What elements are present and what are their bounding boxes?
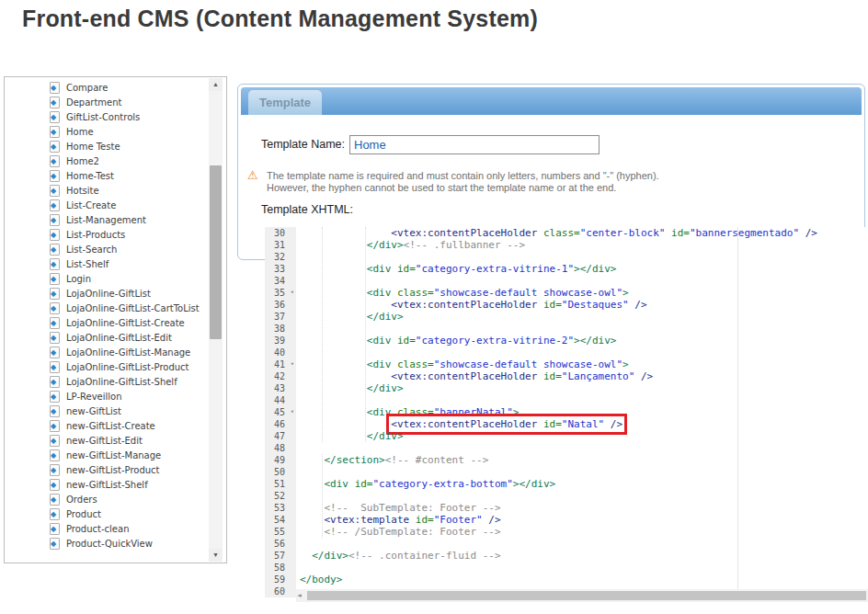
tree-item[interactable]: new-GiftList-Shelf: [5, 477, 204, 492]
tree-item[interactable]: Home2: [5, 154, 204, 168]
fold-arrow-icon[interactable]: ▾: [291, 406, 294, 418]
code-line[interactable]: </div>: [296, 430, 404, 442]
code-line[interactable]: </body>: [296, 574, 342, 586]
code-line[interactable]: </section><!-- #content -->: [296, 454, 488, 466]
code-line[interactable]: </div><!-- .container-fluid -->: [296, 550, 501, 562]
template-name-input[interactable]: [349, 135, 600, 154]
tree-item[interactable]: new-GiftList-Edit: [5, 433, 204, 448]
tree-item[interactable]: Home Teste: [5, 139, 204, 154]
tree-item[interactable]: Product: [5, 506, 204, 521]
tree-item[interactable]: LojaOnline-GiftList-Manage: [5, 345, 204, 359]
code-row[interactable]: 43 </div>: [265, 382, 868, 394]
tree-item[interactable]: Department: [5, 95, 204, 109]
code-line[interactable]: <div class="showcase-default showcase-ow…: [296, 358, 629, 370]
code-line[interactable]: [296, 562, 300, 574]
tree-item[interactable]: Home-Test: [5, 168, 204, 183]
tree-item[interactable]: LojaOnline-GiftList-Shelf: [5, 374, 204, 389]
code-row[interactable]: 56: [265, 538, 868, 550]
code-line[interactable]: <div id="category-extra-vitrine-1"></div…: [296, 263, 616, 275]
code-row[interactable]: 30 <vtex:contentPlaceHolder class="cente…: [265, 227, 868, 239]
code-row[interactable]: 42 <vtex:contentPlaceHolder id="Lançamen…: [265, 370, 868, 382]
tree-item[interactable]: new-GiftList-Manage: [5, 448, 204, 462]
tree-item[interactable]: GiftList-Controls: [5, 109, 204, 124]
code-line[interactable]: [296, 466, 300, 478]
code-row[interactable]: 36 <vtex:contentPlaceHolder id="Destaque…: [265, 299, 868, 311]
code-row[interactable]: 33 <div id="category-extra-vitrine-1"></…: [265, 263, 868, 275]
code-row[interactable]: 31 </div><!-- .fullbanner -->: [265, 239, 868, 251]
code-row[interactable]: 48: [265, 442, 868, 454]
tree-item[interactable]: List-Management: [5, 212, 204, 227]
scroll-left-icon[interactable]: ◄: [297, 592, 302, 599]
scroll-up-icon[interactable]: ▲: [209, 78, 223, 91]
fold-arrow-icon[interactable]: ▾: [291, 358, 294, 370]
tree-item[interactable]: List-Products: [5, 227, 204, 242]
tree-item[interactable]: LojaOnline-GiftList-Edit: [5, 330, 204, 345]
code-line[interactable]: [296, 394, 300, 406]
code-line[interactable]: [296, 323, 300, 335]
xhtml-code-editor[interactable]: 30 <vtex:contentPlaceHolder class="cente…: [265, 227, 868, 603]
code-row[interactable]: 47 </div>: [265, 430, 868, 442]
h-scrollbar[interactable]: ◄: [296, 589, 868, 602]
tree-item[interactable]: Home: [5, 124, 204, 139]
code-line[interactable]: <!-- /SubTemplate: Footer -->: [296, 526, 501, 538]
tree-item[interactable]: Login: [5, 271, 204, 286]
tab-template[interactable]: Template: [248, 90, 322, 115]
code-line[interactable]: [296, 442, 300, 454]
code-row[interactable]: 40: [265, 347, 868, 358]
code-row[interactable]: 34: [265, 275, 868, 287]
code-row[interactable]: 54 <vtex:template id="Footer" />: [265, 514, 868, 526]
code-row[interactable]: 59</body>: [265, 574, 868, 586]
tree-item[interactable]: List-Search: [5, 242, 204, 256]
tree-item[interactable]: Product-clean: [5, 521, 204, 536]
code-line[interactable]: <div id="category-extra-bottom"></div>: [296, 478, 555, 490]
tree-item[interactable]: Orders: [5, 492, 204, 506]
code-row[interactable]: 46 <vtex:contentPlaceHolder id="Natal" /…: [265, 418, 868, 430]
tree-item[interactable]: LP-Reveillon: [5, 389, 204, 404]
code-line[interactable]: <vtex:contentPlaceHolder id="Lançamento"…: [296, 370, 653, 382]
scroll-down-icon[interactable]: ▼: [209, 549, 223, 562]
code-line[interactable]: <div class="showcase-default showcase-ow…: [296, 287, 629, 299]
code-line[interactable]: <vtex:contentPlaceHolder id="Destaques" …: [296, 299, 647, 311]
tree-item[interactable]: Compare: [5, 80, 204, 95]
code-line[interactable]: [296, 275, 300, 287]
code-line[interactable]: </div>: [296, 382, 404, 394]
code-line[interactable]: <div class="bannerNatal">: [296, 406, 519, 418]
tree-item[interactable]: List-Create: [5, 198, 204, 212]
code-row[interactable]: 39 <div id="category-extra-vitrine-2"></…: [265, 335, 868, 347]
code-line[interactable]: </div>: [296, 311, 404, 323]
code-row[interactable]: 35▾ <div class="showcase-default showcas…: [265, 287, 868, 299]
tree-item[interactable]: Hotsite: [5, 183, 204, 198]
code-line[interactable]: [296, 251, 300, 263]
tree-item[interactable]: new-GiftList-Product: [5, 462, 204, 477]
code-row[interactable]: 44: [265, 394, 868, 406]
code-line[interactable]: <!-- SubTemplate: Footer -->: [296, 502, 501, 514]
tree-item[interactable]: List-Shelf: [5, 256, 204, 271]
code-row[interactable]: 53 <!-- SubTemplate: Footer -->: [265, 502, 868, 514]
h-scrollbar-thumb[interactable]: [307, 591, 866, 600]
code-row[interactable]: 32: [265, 251, 868, 263]
code-row[interactable]: 38: [265, 323, 868, 335]
code-row[interactable]: 41▾ <div class="showcase-default showcas…: [265, 358, 868, 370]
code-line[interactable]: </div><!-- .fullbanner -->: [296, 239, 525, 251]
code-line[interactable]: [296, 490, 300, 502]
tree-scrollbar-thumb[interactable]: [210, 165, 222, 339]
code-row[interactable]: 58: [265, 562, 868, 574]
tree-item[interactable]: new-GiftList-Create: [5, 418, 204, 433]
tree-scrollbar[interactable]: ▲ ▼: [209, 78, 223, 562]
tree-item[interactable]: LojaOnline-GiftList-CartToList: [5, 301, 204, 315]
code-row[interactable]: 49 </section><!-- #content -->: [265, 454, 868, 466]
code-line[interactable]: <vtex:contentPlaceHolder class="center-b…: [296, 227, 817, 239]
tree-item[interactable]: LojaOnline-GiftList-Create: [5, 315, 204, 330]
code-row[interactable]: 55 <!-- /SubTemplate: Footer -->: [265, 526, 868, 538]
code-line[interactable]: <div id="category-extra-vitrine-2"></div…: [296, 335, 616, 347]
code-row[interactable]: 45▾ <div class="bannerNatal">: [265, 406, 868, 418]
code-row[interactable]: 50: [265, 466, 868, 478]
code-line[interactable]: <vtex:template id="Footer" />: [296, 514, 501, 526]
code-line[interactable]: [296, 538, 300, 550]
tree-item[interactable]: new-GiftList: [5, 404, 204, 418]
fold-arrow-icon[interactable]: ▾: [291, 287, 294, 299]
tree-item[interactable]: Product-QuickView: [5, 536, 204, 551]
code-row[interactable]: 51 <div id="category-extra-bottom"></div…: [265, 478, 868, 490]
code-row[interactable]: 37 </div>: [265, 311, 868, 323]
code-row[interactable]: 52: [265, 490, 868, 502]
